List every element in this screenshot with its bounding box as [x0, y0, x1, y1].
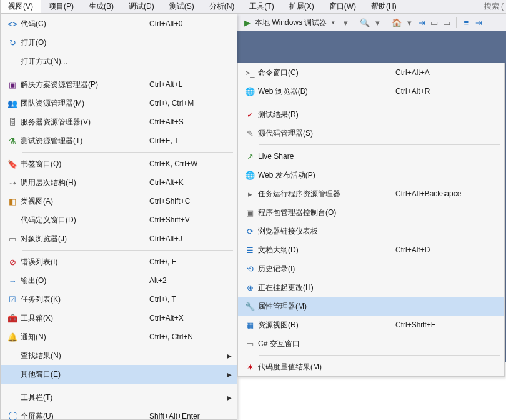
- menu-item[interactable]: >_命令窗口(C)Ctrl+Alt+A: [238, 63, 504, 82]
- menu-item-label: 资源视图(R): [258, 320, 299, 331]
- menu-item[interactable]: ⊘错误列表(I)Ctrl+\, E: [1, 252, 237, 271]
- open-icon: ↻: [4, 38, 21, 48]
- menu-item[interactable]: ✎源代码管理器(S): [238, 124, 504, 142]
- menu-item-label: 解决方案资源管理器(P): [21, 79, 98, 90]
- debugger-label: 本地 Windows 调试器: [255, 18, 327, 28]
- menu-item-label: 工具箱(X): [21, 313, 53, 324]
- menu-item[interactable]: ⊕正在挂起更改(H): [238, 278, 504, 297]
- menu-separator: [22, 72, 233, 73]
- menu-item-label: 任务运行程序资源管理器: [258, 189, 340, 199]
- menu-extensions[interactable]: 扩展(X): [282, 0, 322, 13]
- menu-item-shortcut: Ctrl+Alt+X: [149, 314, 184, 322]
- menu-item[interactable]: 查找结果(N)▶: [1, 346, 237, 365]
- menu-item[interactable]: 🌐Web 发布活动(P): [238, 166, 504, 184]
- menu-item-label: 通知(N): [21, 332, 46, 342]
- menu-item[interactable]: ⇢调用层次结构(H)Ctrl+Alt+K: [1, 173, 237, 192]
- menu-item-label: 任务列表(K): [21, 294, 61, 305]
- menu-item[interactable]: ◧类视图(A)Ctrl+Shift+C: [1, 192, 237, 211]
- menu-item[interactable]: <>代码(C)Ctrl+Alt+0: [1, 14, 237, 33]
- start-debug-button[interactable]: ▶ 本地 Windows 调试器 ▼: [240, 16, 338, 29]
- solution-explorer-icon: ▣: [7, 79, 17, 89]
- menu-item[interactable]: 🌐Web 浏览器(B)Ctrl+Alt+R: [238, 82, 504, 101]
- menu-item[interactable]: 🔧属性管理器(M): [238, 297, 504, 316]
- menu-test[interactable]: 测试(S): [162, 0, 202, 13]
- menu-item[interactable]: ▸任务运行程序资源管理器Ctrl+Alt+Backsapce: [238, 184, 504, 203]
- web-publish-icon: 🌐: [242, 170, 258, 180]
- menu-item[interactable]: ☰文档大纲(D)Ctrl+Alt+D: [238, 241, 504, 259]
- menu-item[interactable]: ▭C# 交互窗口: [238, 334, 504, 353]
- menu-item[interactable]: ⛶全屏幕(U)Shift+Alt+Enter: [1, 407, 237, 420]
- toolbar-dropdown-icon[interactable]: ▾: [340, 18, 350, 28]
- source-control-icon: ✎: [245, 128, 255, 138]
- chevron-down-icon: ▼: [330, 20, 335, 26]
- menu-item-shortcut: Ctrl+Shift+E: [395, 321, 436, 329]
- menu-item[interactable]: 其他窗口(E)▶: [1, 365, 237, 384]
- menu-item[interactable]: 🗄服务器资源管理器(V)Ctrl+Alt+S: [1, 112, 237, 131]
- open-icon: ↻: [7, 38, 17, 48]
- menu-item[interactable]: ▣解决方案资源管理器(P)Ctrl+Alt+L: [1, 75, 237, 94]
- menu-item[interactable]: 🔔通知(N)Ctrl+\, Ctrl+N: [1, 328, 237, 346]
- nav-icon[interactable]: ⇥: [417, 18, 427, 28]
- menu-separator: [259, 144, 500, 145]
- menu-item-shortcut: Ctrl+Alt+K: [149, 178, 184, 187]
- menu-item[interactable]: ☑任务列表(K)Ctrl+\, T: [1, 290, 237, 309]
- menu-item[interactable]: →输出(O)Alt+2: [1, 271, 237, 290]
- menu-item-label: 程序包管理器控制台(O): [258, 208, 336, 218]
- task-list-icon: ☑: [4, 294, 21, 304]
- find-in-files-icon[interactable]: 🔍: [360, 18, 370, 28]
- menu-separator: [259, 355, 500, 356]
- menu-item[interactable]: ✶代码度量值结果(M): [238, 358, 504, 376]
- indent-icon[interactable]: ⇥: [474, 18, 484, 28]
- menu-window[interactable]: 窗口(W): [322, 0, 364, 13]
- menu-build[interactable]: 生成(B): [81, 0, 121, 13]
- task-runner-icon: ▸: [242, 189, 258, 199]
- menu-tools[interactable]: 工具(T): [242, 0, 281, 13]
- menu-item[interactable]: ▭对象浏览器(J)Ctrl+Alt+J: [1, 229, 237, 248]
- menu-item[interactable]: ↗Live Share: [238, 147, 504, 166]
- toolbar-dropdown-icon[interactable]: ▾: [372, 18, 382, 28]
- menu-item[interactable]: ↻打开(O): [1, 33, 237, 52]
- test-results-icon: ✓: [245, 109, 255, 119]
- menu-project[interactable]: 项目(P): [41, 0, 81, 13]
- menu-item[interactable]: ⚗测试资源管理器(T)Ctrl+E, T: [1, 131, 237, 150]
- menu-item[interactable]: 工具栏(T)▶: [1, 388, 237, 407]
- window-icon[interactable]: ▭: [442, 18, 452, 28]
- submenu-arrow-icon: ▶: [227, 394, 232, 401]
- list-icon[interactable]: ≡: [461, 18, 471, 28]
- home-icon[interactable]: 🏠: [392, 18, 402, 28]
- window-icon[interactable]: ▭: [429, 18, 439, 28]
- menu-analyze-label: 分析(N): [209, 1, 235, 12]
- menu-item-label: 文档大纲(D): [258, 245, 299, 256]
- code-metrics-icon: ✶: [245, 362, 255, 372]
- toolbar: ▶ 本地 Windows 调试器 ▼ ▾ 🔍 ▾ 🏠 ▾ ⇥ ▭ ▭ ≡ ⇥: [237, 14, 506, 31]
- menu-separator: [22, 386, 233, 386]
- menu-view[interactable]: 视图(V): [0, 0, 41, 13]
- menu-item[interactable]: ▦资源视图(R)Ctrl+Shift+E: [238, 316, 504, 334]
- menu-item-shortcut: Ctrl+Alt+J: [149, 234, 182, 243]
- menu-item-label: 测试结果(R): [258, 109, 299, 120]
- team-explorer-icon: 👥: [4, 98, 21, 108]
- menu-view-label: 视图(V): [8, 1, 33, 12]
- pending-changes-icon: ⊕: [242, 282, 258, 292]
- menu-debug[interactable]: 调试(D): [121, 0, 162, 13]
- toolbar-dropdown-icon[interactable]: ▾: [404, 18, 414, 28]
- menu-item-label: 打开方式(N)...: [21, 56, 67, 67]
- search-box[interactable]: 搜索 (: [482, 0, 506, 13]
- bookmark-window-icon: 🔖: [4, 159, 21, 169]
- menu-item[interactable]: 🧰工具箱(X)Ctrl+Alt+X: [1, 309, 237, 328]
- menu-item[interactable]: ✓测试结果(R): [238, 105, 504, 124]
- web-browser-icon: 🌐: [242, 86, 258, 96]
- menu-item[interactable]: ▣程序包管理器控制台(O): [238, 203, 504, 222]
- submenu-arrow-icon: ▶: [227, 352, 232, 359]
- menu-item[interactable]: 代码定义窗口(D)Ctrl+Shift+V: [1, 211, 237, 229]
- menu-help[interactable]: 帮助(H): [364, 0, 404, 13]
- menu-item[interactable]: ⟲历史记录(I): [238, 259, 504, 278]
- menu-item[interactable]: 🔖书签窗口(Q)Ctrl+K, Ctrl+W: [1, 154, 237, 173]
- menu-item[interactable]: 👥团队资源管理器(M)Ctrl+\, Ctrl+M: [1, 94, 237, 112]
- call-hierarchy-icon: ⇢: [7, 178, 17, 188]
- menu-analyze[interactable]: 分析(N): [202, 0, 242, 13]
- menu-item-label: 错误列表(I): [21, 257, 57, 268]
- error-list-icon: ⊘: [4, 257, 21, 267]
- menu-item[interactable]: ⟳浏览器链接仪表板: [238, 222, 504, 241]
- menu-item[interactable]: 打开方式(N)...: [1, 52, 237, 71]
